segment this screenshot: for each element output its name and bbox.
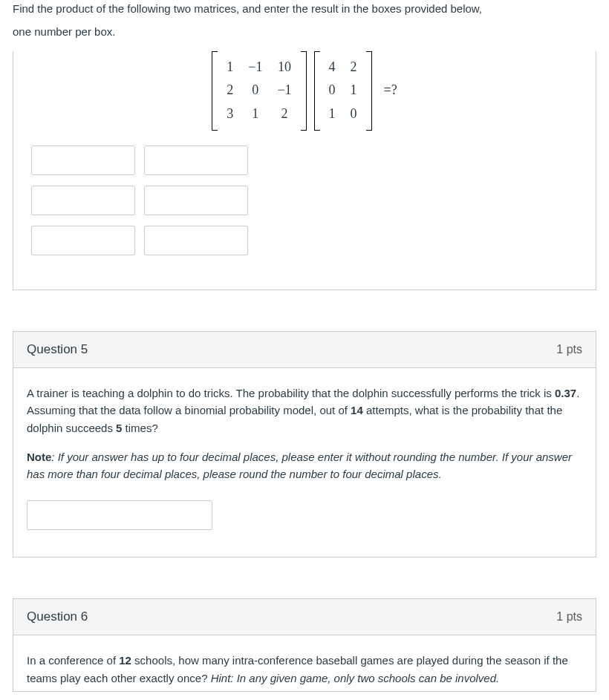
question-6-points: 1 pts: [556, 610, 582, 624]
answer-r2c2[interactable]: [144, 186, 248, 215]
answer-r1c2[interactable]: [144, 145, 248, 175]
question-6-header: Question 6 1 pts: [13, 599, 596, 635]
question-5-title: Question 5: [27, 342, 88, 357]
question-6-card: Question 6 1 pts In a conference of 12 s…: [13, 598, 596, 692]
answer-r1c1[interactable]: [31, 145, 135, 175]
matrix-a: 1−110 20−1 312: [212, 51, 306, 131]
question-6-title: Question 6: [27, 609, 88, 624]
answer-r3c1[interactable]: [31, 226, 135, 255]
question-5-text: A trainer is teaching a dolphin to do tr…: [27, 385, 582, 436]
question-5-header: Question 5 1 pts: [13, 332, 596, 368]
matrix-equation: 1−110 20−1 312 42 01 10 =?: [27, 51, 582, 131]
question-4-card: 1−110 20−1 312 42 01 10 =?: [13, 51, 596, 291]
question-6-text: In a conference of 12 schools, how many …: [27, 652, 582, 687]
q4-intro-line2: one number per box.: [13, 23, 596, 40]
question-5-points: 1 pts: [556, 343, 582, 356]
q4-intro-line1: Find the product of the following two ma…: [13, 0, 596, 17]
answer-r2c1[interactable]: [31, 186, 135, 215]
question-5-note: Note: If your answer has up to four deci…: [27, 448, 582, 483]
answer-grid: [31, 145, 582, 255]
question-5-answer-input[interactable]: [27, 500, 212, 530]
answer-r3c2[interactable]: [144, 226, 248, 255]
equals-question: =?: [384, 80, 397, 101]
matrix-b: 42 01 10: [314, 51, 372, 131]
question-5-card: Question 5 1 pts A trainer is teaching a…: [13, 331, 596, 557]
